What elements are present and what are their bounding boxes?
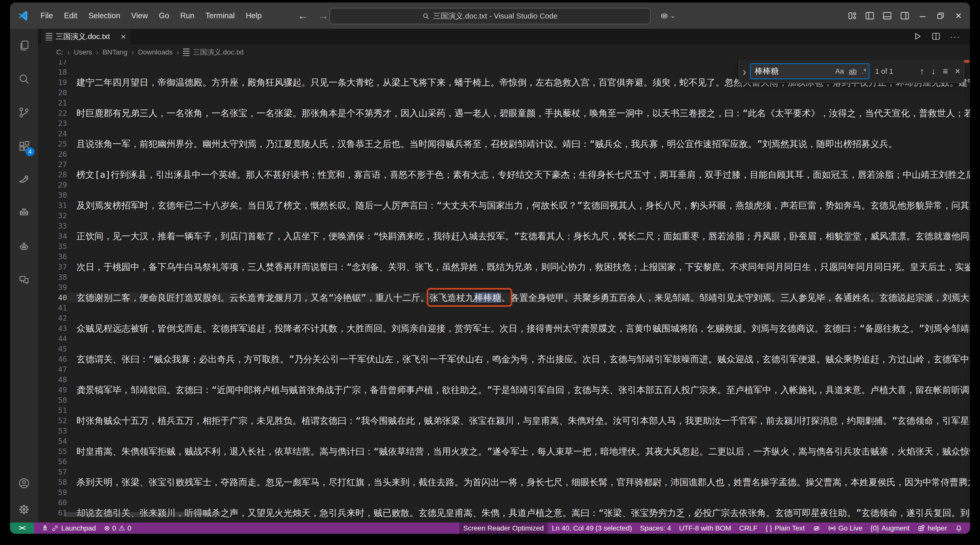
split-editor-button[interactable] <box>932 32 940 42</box>
line-text[interactable] <box>67 87 970 98</box>
line-text[interactable] <box>67 129 970 139</box>
line-number[interactable]: 34 <box>38 231 67 241</box>
line-text[interactable] <box>67 405 970 415</box>
find-close-button[interactable]: × <box>955 66 960 76</box>
line-number[interactable]: 36 <box>38 251 67 262</box>
line-text[interactable] <box>67 303 970 313</box>
tab-sanguoyanyi[interactable]: 三国演义.doc.txt × <box>41 29 130 44</box>
line-text[interactable]: 玄德谓关、张曰：“贼众我寡；必出奇兵，方可取胜。”乃分关公引一千军伏山左，张飞引… <box>67 354 970 364</box>
more-actions-button[interactable]: ··· <box>950 32 960 41</box>
line-text[interactable]: 正饮间，见一大汉，推着一辆车子，到店门首歇了，入店坐下，便唤酒保：“快斟酒来吃，… <box>67 231 970 241</box>
line-number[interactable]: 39 <box>38 282 67 292</box>
sidebar-item-augment[interactable] <box>10 163 38 196</box>
close-button[interactable]: × <box>950 3 967 29</box>
menu-run[interactable]: Run <box>175 9 200 23</box>
line-number[interactable]: 33 <box>38 221 67 231</box>
nav-forward-button[interactable]: → <box>318 10 328 22</box>
menu-file[interactable]: File <box>35 9 59 23</box>
line-text[interactable] <box>67 98 970 108</box>
breadcrumb-segment[interactable]: Downloads <box>138 48 173 56</box>
sidebar-item-search[interactable] <box>10 62 38 96</box>
menu-edit[interactable]: Edit <box>59 9 83 23</box>
command-center-search[interactable]: 三国演义.doc.txt - Visual Studio Code <box>329 8 651 24</box>
line-number[interactable]: 56 <box>38 456 67 467</box>
minimize-button[interactable]: – <box>913 3 932 29</box>
line-text[interactable] <box>67 221 970 231</box>
augment-status-item[interactable]: {0} Augment <box>867 523 913 534</box>
line-number[interactable]: 18 <box>38 67 67 77</box>
tab-close-icon[interactable]: × <box>121 32 126 41</box>
customize-layout-button[interactable] <box>843 3 861 29</box>
line-number[interactable]: 27 <box>38 159 67 170</box>
line-number[interactable]: 37 <box>38 262 67 272</box>
line-text[interactable] <box>67 313 970 323</box>
line-number[interactable]: 48 <box>38 375 67 385</box>
line-number[interactable]: 31 <box>38 200 67 210</box>
eol-status-item[interactable]: CRLF <box>735 523 762 534</box>
line-text[interactable] <box>67 487 970 497</box>
line-number[interactable]: 24 <box>38 129 67 139</box>
line-text[interactable] <box>67 190 970 200</box>
line-text[interactable] <box>67 436 970 446</box>
nav-back-button[interactable]: ← <box>298 10 308 22</box>
breadcrumb-segment[interactable]: 三国演义.doc.txt <box>193 48 243 57</box>
menu-terminal[interactable]: Terminal <box>200 9 240 23</box>
line-number[interactable]: 20 <box>38 87 67 98</box>
line-number[interactable]: 29 <box>38 180 67 190</box>
find-input[interactable] <box>751 67 833 76</box>
line-text[interactable] <box>67 456 970 467</box>
line-text[interactable] <box>67 497 970 508</box>
line-text[interactable]: 榜文[a]行到涿县，引出涿县中一个英雄。那人不甚好读书；性宽和，寡言语，喜怒不形… <box>67 170 970 180</box>
line-text[interactable] <box>67 282 970 292</box>
line-number[interactable]: 21 <box>38 98 67 108</box>
breadcrumb-segment[interactable]: C: <box>56 48 63 56</box>
line-text[interactable]: 时张角贼众十五万，植兵五万，相拒于广宗，未见胜负。植谓玄德曰：“我今围贼在此，贼… <box>67 415 970 426</box>
line-text[interactable] <box>67 149 970 159</box>
whole-word-button[interactable]: ab <box>846 67 859 75</box>
line-text[interactable] <box>67 251 970 262</box>
line-number[interactable]: 59 <box>38 487 67 497</box>
line-text[interactable]: 杀到天明，张梁、张宝引败残军士，夺路而走。忽见一彪军马，尽打红旗，当头来到，截住… <box>67 477 970 487</box>
line-number[interactable]: 61 <box>38 508 67 518</box>
line-number[interactable]: 22 <box>38 108 67 118</box>
copilot-menu-button[interactable]: ⌄ <box>660 3 676 29</box>
line-number[interactable]: 47 <box>38 364 67 375</box>
line-number[interactable]: 30 <box>38 190 67 200</box>
menu-selection[interactable]: Selection <box>83 9 126 23</box>
line-number[interactable]: 28 <box>38 170 67 180</box>
line-number[interactable]: 40 <box>38 292 67 303</box>
toggle-secondary-sidebar-button[interactable] <box>896 3 913 29</box>
sidebar-item-explorer[interactable] <box>10 29 38 62</box>
helper-status-item[interactable]: helper <box>913 523 951 534</box>
line-text[interactable] <box>67 364 970 375</box>
find-previous-button[interactable]: ↑ <box>920 66 924 76</box>
line-number[interactable]: 57 <box>38 467 67 477</box>
line-number[interactable]: 32 <box>38 210 67 221</box>
line-number[interactable]: 35 <box>38 241 67 251</box>
remote-indicator[interactable]: >< <box>10 523 34 534</box>
line-number[interactable]: 38 <box>38 272 67 282</box>
indentation-status-item[interactable]: Spaces: 4 <box>636 523 675 534</box>
match-case-button[interactable]: Aa <box>833 67 846 75</box>
line-text[interactable] <box>67 395 970 405</box>
line-number[interactable]: 44 <box>38 334 67 344</box>
horizontal-scrollbar[interactable] <box>64 512 218 517</box>
line-number[interactable]: 52 <box>38 415 67 426</box>
menu-go[interactable]: Go <box>153 9 175 23</box>
line-number[interactable]: 25 <box>38 139 67 149</box>
line-text[interactable] <box>67 375 970 385</box>
line-text[interactable]: 及刘焉发榜招军时，玄德年已二十八岁矣。当日见了榜文，慨然长叹。随后一人厉声言曰：… <box>67 200 970 210</box>
copilot-status-item[interactable] <box>809 523 824 534</box>
language-mode-status-item[interactable]: { } Plain Text <box>762 523 809 534</box>
menu-help[interactable]: Help <box>240 9 267 23</box>
line-text[interactable] <box>67 180 970 190</box>
line-text[interactable] <box>67 334 970 344</box>
problems-status-item[interactable]: ⊗ 0 ⚠ 0 <box>100 523 135 534</box>
regex-button[interactable]: .* <box>859 67 869 75</box>
line-number[interactable]: 49 <box>38 385 67 395</box>
cursor-position-status-item[interactable]: Ln 40, Col 49 (3 selected) <box>548 523 636 534</box>
sidebar-item-bot-1[interactable] <box>10 196 38 230</box>
line-number[interactable]: 41 <box>38 303 67 313</box>
line-text[interactable]: 龚景犒军毕，邹靖欲回。玄德曰：“近闻中郎将卢植与贼首张角战于广宗，备昔曾师事卢植… <box>67 385 970 395</box>
line-text[interactable] <box>67 426 970 436</box>
